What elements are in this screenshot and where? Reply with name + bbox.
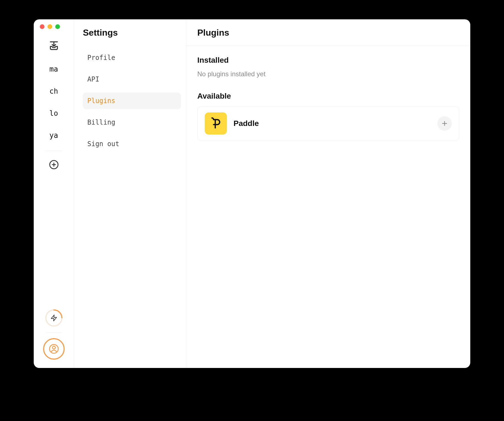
settings-nav-signout[interactable]: Sign out <box>83 136 181 152</box>
window-controls <box>40 24 60 29</box>
page-title: Plugins <box>197 28 459 38</box>
main-content: Plugins Installed No plugins installed y… <box>186 19 470 368</box>
main-body: Installed No plugins installed yet Avail… <box>186 46 470 151</box>
main-header: Plugins <box>186 19 470 46</box>
rail-item[interactable]: ya <box>49 131 58 140</box>
plugin-name: Paddle <box>233 119 431 128</box>
rail-item[interactable]: ma <box>49 65 58 73</box>
installed-empty-text: No plugins installed yet <box>197 70 459 78</box>
settings-title: Settings <box>83 28 181 38</box>
app-window: ma ch lo ya <box>34 19 470 368</box>
usage-indicator-button[interactable] <box>45 309 63 327</box>
svg-point-7 <box>52 346 55 349</box>
plugin-card: Paddle <box>197 106 459 141</box>
settings-nav-api[interactable]: API <box>83 71 181 88</box>
rail-item[interactable]: lo <box>49 109 58 117</box>
plugin-logo <box>205 112 227 135</box>
maximize-window-button[interactable] <box>55 24 60 29</box>
minimize-window-button[interactable] <box>48 24 52 29</box>
plus-icon <box>441 120 448 127</box>
available-section-title: Available <box>197 92 459 101</box>
paddle-logo-icon <box>210 117 222 130</box>
profile-button[interactable] <box>43 338 65 360</box>
settings-sidebar: Settings Profile API Plugins Billing Sig… <box>74 19 186 368</box>
settings-nav-plugins[interactable]: Plugins <box>83 93 181 109</box>
installed-section-title: Installed <box>197 56 459 65</box>
inbox-icon[interactable] <box>48 40 59 51</box>
left-rail: ma ch lo ya <box>34 19 74 368</box>
user-icon <box>49 344 59 354</box>
settings-nav-profile[interactable]: Profile <box>83 49 181 66</box>
add-plugin-button[interactable] <box>437 116 452 131</box>
close-window-button[interactable] <box>40 24 44 29</box>
rail-item[interactable]: ch <box>49 87 58 95</box>
settings-nav: Profile API Plugins Billing Sign out <box>83 49 181 152</box>
rail-bottom <box>43 309 65 368</box>
settings-nav-billing[interactable]: Billing <box>83 114 181 131</box>
rail-workspace-list: ma ch lo ya <box>49 65 58 140</box>
rail-divider <box>46 332 62 333</box>
add-workspace-button[interactable] <box>48 159 59 170</box>
rail-divider <box>46 151 62 151</box>
